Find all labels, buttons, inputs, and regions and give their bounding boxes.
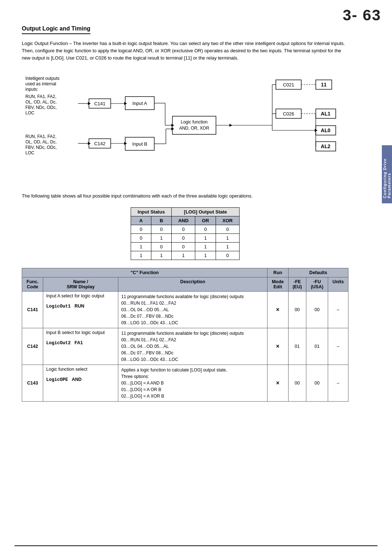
func-code-cell: C143 [22,365,43,401]
svg-marker-37 [315,129,318,132]
func-name-cell: Input A select for logic outputLogicOut1… [43,291,118,328]
func-table: "C" Function Run Defaults Func.Code Name… [22,268,348,402]
log-output-header: [LOG] Output State [172,207,240,216]
main-content: Output Logic and Timing Logic Output Fun… [0,0,370,416]
func-desc-cell: 11 programmable functions available for … [118,328,267,365]
svg-marker-21 [171,124,174,127]
func-table-row: C141Input A select for logic outputLogic… [22,291,348,328]
fe-cell: 01 [288,328,306,365]
al1-label: AL1 [321,111,331,117]
logic-table-cell: 1 [216,242,239,251]
func-name-cell: Input B select for logic outputLogicOut2… [43,328,118,365]
logic-table-cell: 1 [195,251,216,260]
svg-text:OL, OD, AL, Dc,: OL, OD, AL, Dc, [25,139,57,145]
fe-cell: 00 [288,365,306,401]
col-and-header: AND [172,216,195,225]
desc-col: Description [118,277,267,291]
srw-display: LogicOPE [46,377,68,382]
svg-text:FBV, NDc, ODc,: FBV, NDc, ODc, [25,145,57,150]
svg-text:RUN, FA1, FA2,: RUN, FA1, FA2, [25,94,56,99]
logic-diagram: Intelligent outputs used as internal inp… [22,69,356,185]
page-number: 3- 63 [343,7,381,24]
logic-table-row: 10011 [131,242,240,251]
func-table-row: C143Logic function selectLogicOPE ANDApp… [22,365,348,401]
run-mode-cell: × [268,365,289,401]
units-cell: – [328,365,348,401]
logic-func-box [172,116,216,134]
c026-label: C026 [283,111,294,117]
col-or-header: OR [195,216,216,225]
fu-cell: 00 [306,365,328,401]
side-tab: Configuring Drive Parameters [382,145,392,203]
func-code-cell: C142 [22,328,43,365]
fe-cell: 00 [288,291,306,328]
svg-text:inputs:: inputs: [25,87,38,92]
srw-suffix: AND [72,377,82,382]
logic-table-cell: 1 [216,233,239,242]
logic-table-cell: 1 [195,233,216,242]
svg-marker-13 [88,142,91,145]
col-b-header: B [151,216,172,225]
fu-cell: 00 [306,291,328,328]
units-cell: – [328,291,348,328]
section-title: Output Logic and Timing [22,25,90,34]
func-name-cell: Logic function selectLogicOPE AND [43,365,118,401]
logic-table-cell: 1 [131,251,151,260]
table-intro-text: The following table shows all four possi… [22,192,348,200]
svg-text:LOC: LOC [25,150,34,155]
logic-table-cell: 0 [195,225,216,233]
bottom-line [15,545,377,546]
col-a-header: A [131,216,151,225]
diagram-container: Intelligent outputs used as internal inp… [22,69,348,185]
logic-table-cell: 0 [216,225,239,233]
run-mode-cell: × [268,291,289,328]
svg-text:FBV, NDc, ODc,: FBV, NDc, ODc, [25,105,57,110]
logic-table-cell: 0 [131,225,151,233]
fe-col: -FE(EU) [288,277,306,291]
func-code-col: Func.Code [22,277,43,291]
diagram-inputs-label: Intelligent outputs [25,76,60,81]
logic-func-label1: Logic function [181,119,208,125]
logic-table-cell: 0 [172,242,195,251]
logic-table-row: 11110 [131,251,240,260]
body-text: Logic Output Function – The inverter has… [22,40,348,62]
svg-marker-27 [229,124,232,127]
func-code-cell: C141 [22,291,43,328]
input-b-label: Input B [132,141,147,147]
srw-suffix: FA1 [74,340,83,345]
terminal-11-label: 11 [321,82,327,88]
logic-table-row: 00000 [131,225,240,233]
svg-marker-25 [171,127,174,130]
fu-col: -FU(USA) [306,277,328,291]
svg-text:RUN, FA1, FA2,: RUN, FA1, FA2, [25,134,56,139]
logic-table-cell: 0 [216,251,239,260]
c141-label: C141 [94,101,105,106]
srw-suffix: RUN [74,304,84,309]
svg-text:OL, OD, AL, Dc,: OL, OD, AL, Dc, [25,99,57,105]
srw-display: LogicOut2 [46,341,71,346]
c-func-header: "C" Function [22,268,268,277]
logic-table-row: 01011 [131,233,240,242]
c142-label: C142 [94,141,105,146]
logic-table-cell: 0 [172,233,195,242]
logic-table-cell: 0 [172,225,195,233]
mode-col: ModeEdit [268,277,289,291]
name-col: Name /SRW Display [43,277,118,291]
logic-truth-table: Input Status [LOG] Output State A B AND … [131,207,240,260]
defaults-header: Defaults [288,268,348,277]
input-status-header: Input Status [131,207,172,216]
logic-table-cell: 0 [151,225,172,233]
al2-label: AL2 [321,143,331,149]
logic-table-cell: 1 [151,251,172,260]
svg-marker-11 [88,102,91,105]
run-mode-cell: × [268,328,289,365]
c021-label: C021 [283,82,294,88]
input-a-label: Input A [132,101,147,106]
run-header: Run [268,268,289,277]
fu-cell: 01 [306,328,328,365]
logic-table-cell: 1 [151,233,172,242]
func-table-row: C142Input B select for logic outputLogic… [22,328,348,365]
units-col: Units [328,277,348,291]
func-desc-cell: Applies a logic function to calculate [L… [118,365,267,401]
svg-text:used as internal: used as internal [25,81,56,86]
